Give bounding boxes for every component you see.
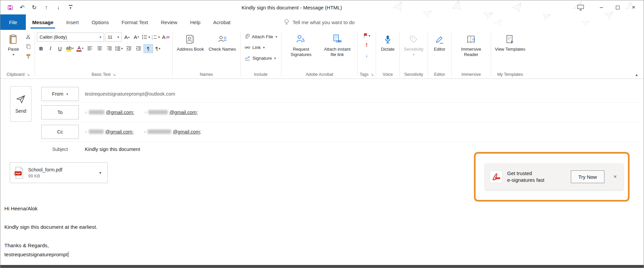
bullets-button[interactable]: ▾	[142, 33, 150, 41]
clear-formatting-button[interactable]: A	[161, 33, 170, 41]
editor-group-label: Editor	[434, 72, 445, 77]
my-templates-group: View Templates My Templates	[491, 30, 530, 78]
increase-indent-button[interactable]	[134, 45, 143, 53]
chevron-down-icon: ▾	[82, 47, 84, 50]
redacted-recipient-name	[148, 110, 168, 114]
low-importance-button[interactable]: ↓	[362, 51, 371, 59]
follow-up-flag-button[interactable]: ▾	[362, 32, 371, 40]
font-name-combobox[interactable]: Calibri (Body)▾	[37, 33, 104, 42]
toast-close-button[interactable]: ×	[609, 170, 621, 183]
to-recipients-field[interactable]: ○ @gmail.com; ○ @gmail.com;	[80, 110, 208, 115]
subject-field[interactable]: Kindly sign this document	[80, 147, 140, 152]
recipient-chip[interactable]: ○ @gmail.com;	[144, 110, 198, 115]
align-left-button[interactable]	[86, 45, 94, 53]
decrease-indent-button[interactable]	[124, 45, 133, 53]
dictate-button[interactable]: Dictate	[378, 32, 397, 53]
cut-button[interactable]	[24, 33, 33, 41]
request-signatures-button[interactable]: Request Signatures	[283, 32, 318, 58]
chevron-down-icon: ▾	[117, 35, 119, 39]
body-signature-line: testrequestsignatureprompt	[4, 251, 644, 258]
font-color-button[interactable]: A▾	[75, 44, 85, 53]
format-painter-button[interactable]	[24, 52, 33, 60]
presence-circle-icon: ○	[85, 110, 87, 114]
pdf-file-icon: PDF	[14, 166, 24, 179]
shrink-font-button[interactable]: A▾	[132, 33, 141, 41]
attach-instant-file-link-button[interactable]: Attach instant file link	[319, 32, 355, 58]
ltr-paragraph-button[interactable]: ¶	[144, 45, 153, 53]
attachment-size: 99 KB	[28, 173, 91, 178]
request-signatures-icon	[296, 34, 306, 44]
check-names-button[interactable]: Check Names	[207, 32, 238, 53]
close-button[interactable]: ×	[626, 1, 642, 14]
tab-message[interactable]: Message	[26, 14, 60, 30]
try-now-button[interactable]: Try Now	[571, 170, 604, 183]
basic-text-dialog-launcher-icon[interactable]: ↘	[113, 72, 116, 77]
align-center-button[interactable]	[95, 45, 104, 53]
font-size-combobox[interactable]: 11▾	[105, 33, 122, 42]
from-address[interactable]: testrequestsignatureprompt@outlook.com	[80, 91, 175, 97]
sensitivity-button[interactable]: Sensitivity ▾	[402, 32, 426, 57]
underline-button[interactable]: U	[56, 44, 64, 53]
flag-icon	[363, 33, 368, 38]
address-book-icon	[185, 35, 195, 44]
numbering-button[interactable]: 12▾	[151, 33, 160, 41]
maximize-restore-button[interactable]	[609, 1, 626, 14]
tab-review[interactable]: Review	[155, 14, 184, 30]
bold-button[interactable]: B	[37, 44, 45, 53]
recipient-chip[interactable]: ○ @gmail.com;	[144, 129, 201, 135]
clipboard-dialog-launcher-icon[interactable]: ↘	[26, 72, 30, 77]
from-row: From ▾ testrequestsignatureprompt@outloo…	[41, 86, 640, 103]
send-button[interactable]: Send	[10, 86, 32, 122]
tab-insert[interactable]: Insert	[60, 14, 85, 30]
recipient-email[interactable]: @gmail.com;	[106, 110, 135, 115]
paste-button[interactable]: Paste ▾	[4, 32, 23, 57]
svg-text:1: 1	[152, 35, 153, 37]
cc-button[interactable]: Cc	[41, 125, 79, 139]
collapse-ribbon-button[interactable]: ▴	[635, 72, 638, 77]
high-importance-button[interactable]: !	[362, 41, 371, 49]
tab-format-text[interactable]: Format Text	[115, 14, 155, 30]
cc-recipients-field[interactable]: ○ @gmail.com; ○ @gmail.com;	[80, 129, 211, 135]
recipient-email[interactable]: @gmail.com;	[173, 129, 201, 135]
grow-font-button[interactable]: A▴	[123, 33, 131, 41]
text-highlight-color-button[interactable]: ab▾	[65, 44, 74, 53]
cc-row: Cc ○ @gmail.com; ○ @gmail.com;	[41, 122, 640, 142]
tab-file[interactable]: File	[0, 14, 26, 30]
chevron-down-icon: ▾	[148, 35, 150, 39]
clipboard-group: Paste ▾ Clipboard↘	[2, 30, 35, 78]
recipient-email[interactable]: @gmail.com;	[105, 129, 134, 135]
align-right-button[interactable]	[105, 45, 114, 53]
tags-dialog-launcher-icon[interactable]: ↘	[371, 72, 374, 77]
align-left-icon	[87, 46, 93, 51]
recipient-chip[interactable]: ○ @gmail.com;	[85, 110, 134, 115]
attachment-options-button[interactable]: ▾	[95, 163, 106, 183]
chevron-down-icon: ▾	[12, 53, 14, 56]
body-message: Kindly sign this document at the earlies…	[4, 224, 644, 230]
copy-button[interactable]	[24, 42, 33, 50]
view-templates-button[interactable]: View Templates	[493, 32, 528, 53]
attachment-chip[interactable]: PDF School_form.pdf 99 KB ▾	[10, 162, 108, 183]
from-button[interactable]: From ▾	[41, 87, 79, 101]
touch-mouse-mode-button[interactable]	[573, 1, 589, 14]
link-button[interactable]: Link ▾	[243, 42, 267, 52]
to-button[interactable]: To	[41, 105, 79, 119]
attach-file-button[interactable]: Attach File ▾	[243, 32, 279, 42]
signature-button[interactable]: Signature ▾	[243, 53, 278, 63]
tell-me-label: Tell me what you want to do	[292, 19, 355, 25]
address-book-button[interactable]: Address Book	[175, 32, 206, 53]
recipient-email[interactable]: @gmail.com;	[169, 110, 198, 115]
increase-indent-icon	[136, 46, 141, 51]
recipient-chip[interactable]: ○ @gmail.com;	[85, 129, 133, 135]
minimize-button[interactable]: –	[593, 1, 609, 14]
paragraph-marks-button[interactable]: ¶▾	[154, 45, 162, 53]
ribbon: Paste ▾ Clipboard↘ Calibri (Body)▾ 11▾	[0, 30, 644, 79]
tell-me-box[interactable]: Tell me what you want to do	[284, 14, 355, 30]
tab-acrobat[interactable]: Acrobat	[207, 14, 237, 30]
tab-options[interactable]: Options	[85, 14, 115, 30]
italic-button[interactable]: I	[46, 44, 55, 53]
immersive-reader-button[interactable]: Immersive Reader	[454, 32, 489, 58]
voice-group: Dictate Voice	[376, 30, 399, 78]
tab-help[interactable]: Help	[184, 14, 207, 30]
line-spacing-button[interactable]: ▾	[115, 45, 123, 53]
editor-button[interactable]: Editor	[430, 32, 449, 53]
